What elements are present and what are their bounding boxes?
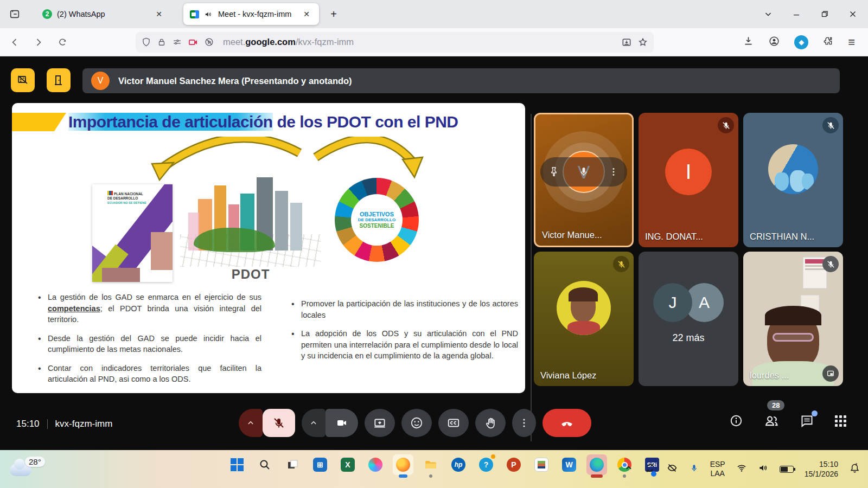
activities-grid-icon[interactable] (835, 415, 846, 427)
bullet-item: La adopción de los ODS y su articulación… (291, 328, 518, 362)
powerpoint-icon[interactable]: P (503, 454, 524, 475)
end-call-button[interactable] (542, 409, 591, 437)
tab-meet-title: Meet - kvx-fqzm-imm (218, 10, 291, 18)
clock-widget[interactable]: 15:1015/1/2026 (805, 459, 838, 479)
sync-status-icon[interactable] (644, 463, 655, 476)
word-icon[interactable]: W (559, 454, 579, 475)
tab-close-icon[interactable]: ✕ (153, 8, 165, 20)
participant-tile-cristhian[interactable]: CRISTHIAN N... (743, 113, 843, 247)
browser-toolbar: meet.google.com/kvx-fqzm-imm ◆ ≡ (0, 28, 868, 56)
wifi-icon[interactable] (736, 463, 747, 476)
permissions-icon[interactable] (172, 37, 182, 47)
bookmark-star-icon[interactable] (637, 37, 648, 48)
mic-control-group (239, 409, 295, 437)
url-domain: google.com (245, 37, 296, 47)
meeting-code: kvx-fqzm-imm (55, 419, 113, 429)
tab-whatsapp[interactable]: 2 (2) WhatsApp ✕ (36, 3, 171, 25)
bullet-bold-text: competencias (48, 304, 100, 313)
language-indicator[interactable]: ESPLAA (710, 460, 725, 479)
browser-tab-bar: 2 (2) WhatsApp ✕ Meet - kvx-fqzm-imm ✕ +… (0, 0, 868, 28)
weather-widget[interactable]: 28° (10, 457, 52, 468)
participant-tile-victor[interactable]: V Victor Manue... (534, 113, 634, 247)
overflow-avatars: J A (653, 283, 724, 322)
mic-on-icon[interactable] (577, 165, 590, 178)
annotation-board-off-button[interactable] (11, 68, 35, 92)
pin-icon[interactable] (548, 166, 560, 178)
participant-tile-ing-donat[interactable]: I ING. DONAT... (639, 113, 738, 247)
participant-tile-lourdes[interactable]: lourdes ... (743, 252, 843, 386)
list-tabs-button[interactable] (756, 4, 780, 24)
document-app-icon[interactable] (531, 454, 552, 475)
mic-toggle-button[interactable] (263, 409, 295, 437)
window-controls: – (756, 4, 868, 24)
chat-icon[interactable] (800, 414, 814, 428)
firefox-view-button[interactable] (5, 5, 24, 23)
meeting-details-icon[interactable] (729, 414, 743, 428)
restore-button[interactable] (813, 4, 837, 24)
captions-button[interactable] (438, 409, 469, 437)
minimize-button[interactable]: – (784, 4, 808, 24)
profile-photo (557, 281, 611, 335)
tab-audio-icon[interactable] (204, 10, 213, 19)
camera-in-use-icon[interactable] (188, 37, 199, 48)
meet-control-bar: 15:10 kvx-fqzm-imm (0, 391, 868, 450)
menu-hamburger-icon[interactable]: ≡ (848, 35, 855, 49)
more-options-button[interactable] (512, 409, 536, 437)
task-view-button[interactable] (282, 454, 303, 475)
participant-name: ING. DONAT... (645, 232, 703, 242)
tracking-shield-icon[interactable] (141, 37, 151, 47)
camera-options-chevron[interactable] (302, 409, 326, 437)
reload-button[interactable] (53, 33, 72, 52)
notifications-bell-icon[interactable] (849, 463, 860, 476)
get-help-icon[interactable]: ? (476, 454, 496, 475)
slide-title: Importancia de articulación de los PDOT … (68, 113, 458, 131)
exit-door-button[interactable] (47, 68, 71, 92)
hp-icon[interactable]: hp (448, 454, 469, 475)
privacy-eye-off-icon[interactable] (666, 462, 678, 476)
lock-icon[interactable] (157, 37, 167, 47)
mic-options-chevron[interactable] (239, 409, 263, 437)
save-to-pocket-icon[interactable] (621, 37, 632, 48)
autoplay-blocked-icon[interactable] (204, 37, 214, 47)
battery-icon[interactable] (780, 466, 794, 473)
excel-icon[interactable]: X (337, 454, 358, 475)
start-button[interactable] (227, 454, 247, 475)
left-bullet-list: La gestión de los GAD se enmarca en el e… (38, 292, 261, 393)
account-icon[interactable] (768, 35, 780, 49)
tab-meet[interactable]: Meet - kvx-fqzm-imm ✕ (183, 3, 319, 25)
pdot-city-image: PDOT (188, 174, 313, 282)
tab-close-icon[interactable]: ✕ (301, 8, 312, 20)
microphone-in-use-icon[interactable] (689, 463, 699, 476)
vpn-extension-icon[interactable]: ◆ (794, 35, 808, 49)
participant-tile-overflow[interactable]: J A 22 más (639, 252, 738, 386)
reactions-button[interactable] (401, 409, 432, 437)
extensions-puzzle-icon[interactable] (822, 35, 834, 49)
close-window-button[interactable] (841, 4, 865, 24)
back-button[interactable] (5, 33, 24, 52)
raise-hand-button[interactable] (475, 409, 506, 437)
participants-icon[interactable]: 28 (764, 413, 779, 428)
url-bar[interactable]: meet.google.com/kvx-fqzm-imm (136, 32, 654, 53)
copilot-icon[interactable] (365, 454, 386, 475)
hidden-icons-chevron[interactable] (624, 463, 634, 475)
microsoft-store-icon[interactable]: ⊞ (310, 454, 330, 475)
participant-tile-viviana[interactable]: Viviana López (534, 252, 634, 386)
present-screen-button[interactable] (365, 409, 395, 437)
participant-name: Viviana López (540, 370, 596, 381)
pip-icon[interactable] (822, 365, 839, 382)
downloads-icon[interactable] (743, 35, 754, 49)
more-options-icon[interactable] (608, 166, 620, 178)
volume-icon[interactable] (758, 463, 769, 476)
meeting-info: 15:10 kvx-fqzm-imm (16, 419, 112, 429)
new-tab-button[interactable]: + (326, 6, 342, 22)
search-button[interactable] (254, 454, 275, 475)
firefox-icon[interactable] (393, 454, 413, 475)
whatsapp-favicon: 2 (42, 9, 52, 19)
forward-button[interactable] (29, 33, 48, 52)
edge-icon[interactable] (586, 454, 607, 475)
file-explorer-icon[interactable] (420, 454, 441, 475)
url-text[interactable]: meet.google.com/kvx-fqzm-imm (223, 37, 616, 47)
mic-muted-icon (822, 117, 839, 133)
avatar: I (665, 149, 712, 195)
camera-toggle-button[interactable] (326, 409, 358, 437)
